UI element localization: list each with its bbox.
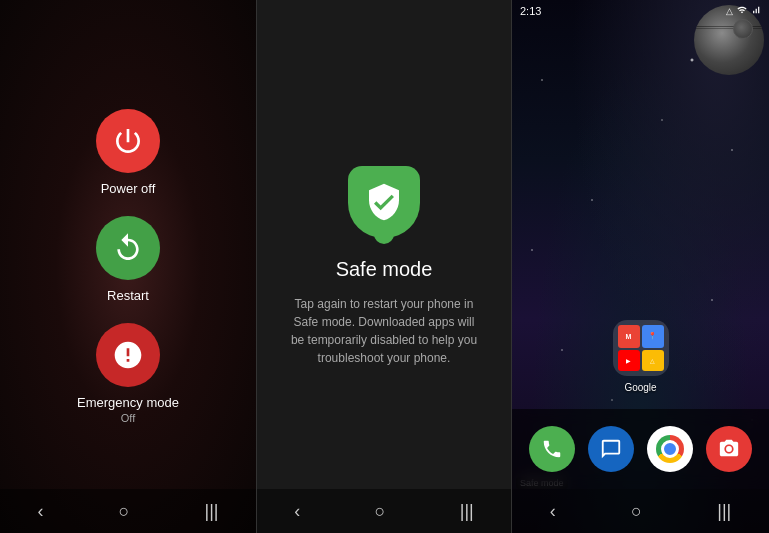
- status-time: 2:13: [520, 5, 541, 17]
- recents-button-p2[interactable]: |||: [460, 501, 474, 522]
- home-button-p2[interactable]: ○: [375, 501, 386, 522]
- safemode-description: Tap again to restart your phone in Safe …: [287, 295, 481, 367]
- power-off-icon: [112, 125, 144, 157]
- panel-home-screen: 2:13 △ M 📍 ▶ △ Google Safe mode: [512, 0, 769, 533]
- power-off-button[interactable]: Power off: [96, 109, 160, 196]
- recents-button-p3[interactable]: |||: [717, 501, 731, 522]
- gmail-icon: M: [618, 325, 640, 348]
- safemode-content: Safe mode Tap again to restart your phon…: [257, 136, 511, 397]
- youtube-icon: ▶: [618, 350, 640, 372]
- status-bar: 2:13 △: [512, 0, 769, 22]
- restart-icon: [112, 232, 144, 264]
- nav-bar-panel1: ‹ ○ |||: [0, 489, 256, 533]
- home-dock: [512, 409, 769, 489]
- power-options: Power off Restart Emergency mode Off: [77, 109, 179, 424]
- notification-icon: △: [726, 6, 733, 16]
- recents-button-p1[interactable]: |||: [204, 501, 218, 522]
- restart-icon-circle: [96, 216, 160, 280]
- wifi-icon: [736, 5, 748, 17]
- google-folder[interactable]: M 📍 ▶ △: [613, 320, 669, 376]
- safemode-title: Safe mode: [336, 258, 433, 281]
- nav-bar-panel2: ‹ ○ |||: [257, 489, 511, 533]
- signal-icon: [751, 5, 761, 17]
- restart-label: Restart: [107, 288, 149, 303]
- phone-app[interactable]: [529, 426, 575, 472]
- emergency-icon-circle: [96, 323, 160, 387]
- back-button-p1[interactable]: ‹: [38, 501, 44, 522]
- restart-button[interactable]: Restart: [96, 216, 160, 303]
- emergency-mode-label: Emergency mode: [77, 395, 179, 410]
- emergency-mode-sublabel: Off: [121, 412, 135, 424]
- home-button-p3[interactable]: ○: [631, 501, 642, 522]
- death-star-dish: [733, 19, 753, 39]
- chrome-app[interactable]: [647, 426, 693, 472]
- status-icons: △: [726, 5, 761, 17]
- back-button-p2[interactable]: ‹: [294, 501, 300, 522]
- messages-app[interactable]: [588, 426, 634, 472]
- emergency-mode-button[interactable]: Emergency mode Off: [77, 323, 179, 424]
- safemode-icon[interactable]: [348, 166, 420, 238]
- drive-icon: △: [642, 350, 664, 372]
- home-button-p1[interactable]: ○: [119, 501, 130, 522]
- power-off-label: Power off: [101, 181, 156, 196]
- nav-bar-panel3: ‹ ○ |||: [512, 489, 769, 533]
- camera-app[interactable]: [706, 426, 752, 472]
- panel-safe-mode: Safe mode Tap again to restart your phon…: [256, 0, 512, 533]
- chrome-icon: [656, 435, 684, 463]
- back-button-p3[interactable]: ‹: [550, 501, 556, 522]
- power-off-icon-circle: [96, 109, 160, 173]
- panel-power-menu: Power off Restart Emergency mode Off ‹ ○: [0, 0, 256, 533]
- google-folder-label: Google: [624, 382, 656, 393]
- shield-check-icon: [364, 182, 404, 222]
- emergency-icon: [112, 339, 144, 371]
- home-app-area: M 📍 ▶ △ Google: [613, 320, 669, 393]
- maps-icon: 📍: [642, 325, 664, 348]
